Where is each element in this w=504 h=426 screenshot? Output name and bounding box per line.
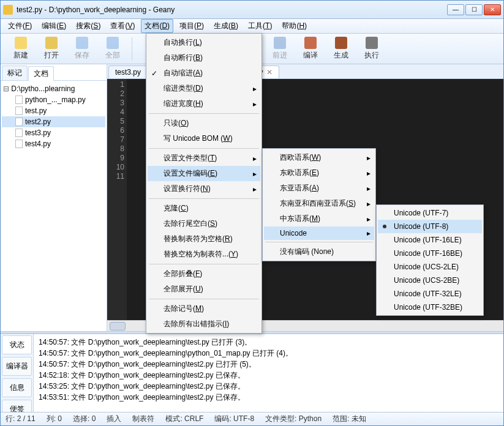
menu-查看[interactable]: 查看(V): [107, 19, 138, 33]
menu-item[interactable]: Unicode (UTF-7): [378, 206, 482, 220]
menu-帮助[interactable]: 帮助(H): [278, 19, 310, 33]
toolbar-label: 前进: [273, 50, 287, 61]
toolbar-saveall-button[interactable]: 全部: [97, 35, 128, 63]
tree-file[interactable]: test3.py: [2, 127, 105, 138]
submenu-arrow-icon: ▸: [253, 84, 257, 93]
menu-item[interactable]: Unicode▸: [264, 226, 374, 240]
menu-item[interactable]: Unicode (UCS-2BE): [378, 274, 482, 287]
toolbar-save-button[interactable]: 保存: [67, 35, 97, 63]
submenu-arrow-icon: ▸: [253, 154, 257, 163]
menu-项目[interactable]: 项目(P): [176, 19, 208, 33]
menu-item[interactable]: 写 Unicode BOM (W): [148, 131, 260, 146]
menu-item[interactable]: 东欧语系(E)▸: [264, 165, 374, 181]
menu-item[interactable]: 克隆(C): [148, 201, 260, 216]
build-icon: [335, 37, 347, 49]
menu-item[interactable]: Unicode (UTF-32LE): [378, 287, 482, 301]
menu-item[interactable]: 缩进类型(D)▸: [148, 81, 260, 96]
toolbar-build-button[interactable]: 生成: [326, 35, 356, 63]
log-tab-编译器[interactable]: 编译器: [2, 357, 32, 376]
menu-separator: [149, 264, 259, 264]
menu-item[interactable]: 去除记号(M): [148, 301, 260, 316]
menu-item[interactable]: Unicode (UTF-32BE): [378, 301, 482, 314]
menu-item[interactable]: 没有编码 (None): [264, 244, 374, 260]
toolbar-label: 保存: [75, 50, 89, 61]
submenu-arrow-icon: ▸: [367, 200, 370, 208]
menu-item[interactable]: 东南亚和西南亚语系(S)▸: [264, 196, 374, 211]
menu-item[interactable]: Unicode (UTF-8): [378, 220, 482, 233]
menu-文件[interactable]: 文件(F): [4, 19, 36, 33]
sidebar-tab-标记[interactable]: 标记: [2, 65, 28, 80]
toolbar-new-button[interactable]: 新建: [6, 35, 36, 63]
minimize-button[interactable]: —: [447, 4, 464, 15]
tree-file[interactable]: python_..._map.py: [2, 94, 105, 105]
status-sel: 选择: 0: [73, 414, 96, 424]
submenu-arrow-icon: ▸: [367, 154, 370, 162]
tree-root[interactable]: D:\pytho...plearning: [2, 83, 105, 94]
scrollbar-thumb[interactable]: [110, 322, 126, 331]
new-icon: [15, 37, 27, 49]
menu-item[interactable]: 替换制表符为空格(R): [148, 231, 260, 247]
menu-item[interactable]: 只读(O): [148, 116, 260, 131]
file-icon: [15, 106, 23, 115]
menu-item[interactable]: 中东语系(M)▸: [264, 211, 374, 226]
submenu-arrow-icon: ▸: [367, 215, 370, 223]
menu-item[interactable]: 自动换行(L): [148, 35, 260, 50]
menu-生成[interactable]: 生成(B): [210, 19, 242, 33]
sidebar-tab-文档[interactable]: 文档: [28, 66, 54, 81]
toolbar-forward-button[interactable]: 前进: [265, 35, 295, 63]
menu-item[interactable]: 缩进宽度(H)▸: [148, 96, 260, 111]
file-icon: [15, 140, 23, 148]
submenu-arrow-icon: ▸: [367, 169, 370, 177]
toolbar-run-button[interactable]: 执行: [356, 35, 387, 63]
tree-file[interactable]: test2.py: [2, 116, 105, 127]
tree-file-label: python_..._map.py: [25, 95, 86, 104]
menu-编辑[interactable]: 编辑(E): [38, 19, 70, 33]
menu-separator: [149, 148, 259, 149]
statusbar: 行: 2 / 11 列: 0 选择: 0 插入 制表符 模式: CRLF 编码:…: [1, 412, 503, 425]
menu-搜索[interactable]: 搜索(S): [72, 19, 104, 33]
toolbar-label: 生成: [334, 50, 348, 61]
status-pos: 行: 2 / 11: [6, 414, 36, 424]
log-tab-信息[interactable]: 信息: [2, 378, 32, 397]
menu-item[interactable]: 全部折叠(F): [148, 266, 260, 282]
submenu-arrow-icon: ▸: [367, 229, 370, 237]
status-ft: 文件类型: Python: [265, 414, 322, 424]
log-line: 14:50:57: 文件 D:\python_work_deeplearning…: [39, 348, 498, 359]
menu-item[interactable]: Unicode (UCS-2LE): [378, 260, 482, 274]
close-button[interactable]: ✕: [484, 4, 501, 15]
editor-tab-label: test3.py: [115, 68, 141, 77]
log-line: 14:50:57: 文件 D:\python_work_deeplearning…: [39, 359, 498, 370]
menu-item[interactable]: 设置文件类型(T)▸: [148, 151, 260, 166]
menu-item[interactable]: 全部展开(U): [148, 282, 260, 297]
menu-item[interactable]: Unicode (UTF-16BE): [378, 247, 482, 260]
tree-file[interactable]: test.py: [2, 105, 105, 116]
forward-icon: [274, 37, 286, 49]
menu-item[interactable]: ✓自动缩进(A): [148, 65, 260, 81]
file-tree: D:\pytho...plearning python_..._map.pyte…: [1, 81, 107, 152]
log-tab-状态[interactable]: 状态: [2, 335, 32, 354]
titlebar[interactable]: test2.py - D:\python_work_deeplearning -…: [1, 1, 503, 19]
menu-文档[interactable]: 文档(D): [141, 19, 173, 33]
open-icon: [45, 37, 58, 49]
file-icon: [15, 95, 23, 104]
toolbar-label: 全部: [105, 50, 120, 61]
maximize-button[interactable]: ☐: [465, 4, 483, 15]
toolbar-open-button[interactable]: 打开: [36, 35, 67, 63]
menu-item[interactable]: 自动断行(B): [148, 50, 260, 65]
menu-item[interactable]: 西欧语系(W)▸: [264, 150, 374, 165]
menu-item[interactable]: 设置文件编码(E)▸: [148, 166, 260, 181]
menu-item[interactable]: 东亚语系(A)▸: [264, 181, 374, 196]
menu-item[interactable]: Unicode (UTF-16LE): [378, 233, 482, 247]
sidebar-tabs: 标记文档: [1, 64, 107, 81]
menu-item[interactable]: 去除行尾空白(S): [148, 216, 260, 231]
menu-item[interactable]: 替换空格为制表符...(Y): [148, 247, 260, 262]
close-icon[interactable]: ✕: [266, 68, 273, 77]
log-line: 14:52:18: 文件 D:\python_work_deeplearning…: [39, 370, 498, 381]
toolbar-compile-button[interactable]: 编译: [295, 35, 326, 63]
tree-file[interactable]: test4.py: [2, 138, 105, 149]
menu-item[interactable]: 设置换行符(N)▸: [148, 181, 260, 196]
toolbar-label: 打开: [44, 50, 59, 61]
menu-工具[interactable]: 工具(T): [244, 19, 276, 33]
menu-item[interactable]: 去除所有出错指示(I): [148, 316, 260, 332]
run-icon: [366, 37, 378, 49]
